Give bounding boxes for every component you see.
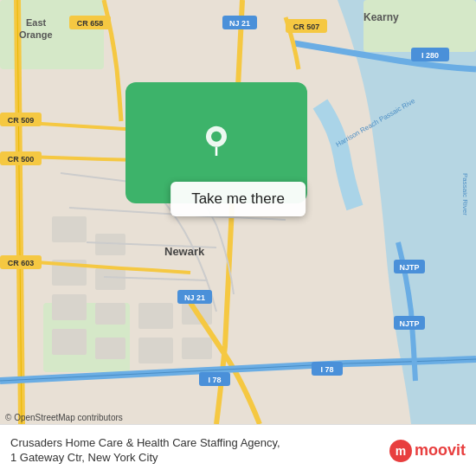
- svg-text:CR 603: CR 603: [8, 259, 35, 267]
- svg-rect-10: [52, 329, 87, 355]
- svg-text:NJTP: NJTP: [399, 319, 419, 328]
- svg-text:East: East: [26, 17, 47, 28]
- svg-text:CR 509: CR 509: [8, 116, 35, 125]
- svg-rect-8: [52, 294, 87, 320]
- svg-rect-14: [138, 338, 173, 363]
- moovit-icon: m: [389, 439, 413, 463]
- svg-text:I 280: I 280: [421, 51, 439, 60]
- svg-text:I 78: I 78: [208, 376, 221, 384]
- moovit-logo: m moovit: [389, 439, 466, 463]
- svg-text:Passaic River: Passaic River: [461, 173, 469, 215]
- svg-rect-15: [182, 338, 212, 359]
- svg-text:Orange: Orange: [19, 29, 53, 40]
- info-bar: Crusaders Home Care & Health Care Staffi…: [0, 424, 476, 476]
- location-pin-icon: [201, 125, 232, 156]
- svg-text:I 78: I 78: [320, 365, 333, 374]
- svg-text:NJ 21: NJ 21: [184, 293, 205, 302]
- map-copyright: © OpenStreetMap contributors: [5, 413, 123, 422]
- svg-rect-12: [138, 303, 173, 329]
- location-name: Crusaders Home Care & Health Care Staffi…: [10, 436, 280, 449]
- svg-text:Newark: Newark: [164, 245, 205, 258]
- svg-text:CR 500: CR 500: [8, 155, 35, 164]
- svg-text:CR 507: CR 507: [293, 23, 320, 31]
- svg-rect-2: [363, 0, 476, 52]
- take-me-there-button[interactable]: Take me there: [170, 182, 306, 216]
- svg-text:NJ 21: NJ 21: [229, 19, 250, 28]
- map-container: CR 658 NJ 21 CR 507 I 280 CR 509 CR 500 …: [0, 0, 476, 424]
- svg-point-47: [211, 132, 222, 142]
- svg-rect-9: [95, 303, 125, 325]
- svg-text:NJTP: NJTP: [399, 263, 419, 272]
- svg-text:m: m: [396, 444, 406, 458]
- svg-text:Kearny: Kearny: [363, 11, 399, 23]
- moovit-label: moovit: [415, 441, 466, 460]
- svg-rect-11: [95, 338, 125, 359]
- svg-rect-7: [95, 268, 125, 290]
- svg-rect-4: [52, 216, 87, 242]
- location-info: Crusaders Home Care & Health Care Staffi…: [10, 436, 382, 466]
- svg-text:CR 658: CR 658: [77, 19, 104, 28]
- location-detail: 1 Gateway Ctr, New York City: [10, 451, 158, 464]
